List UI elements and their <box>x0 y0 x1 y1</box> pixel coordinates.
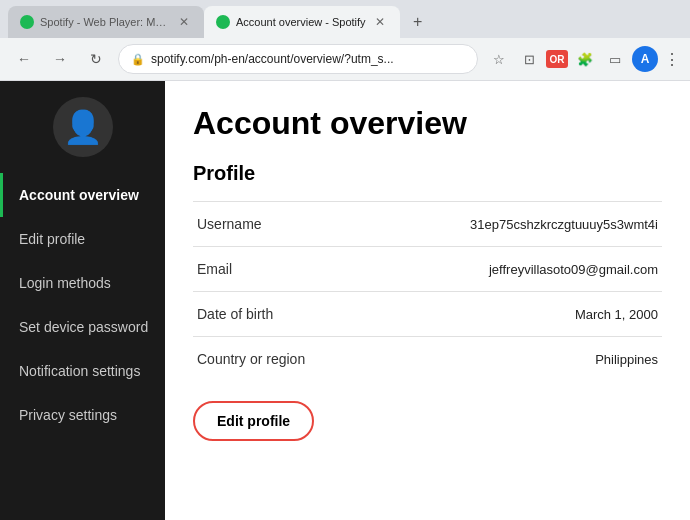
sidebar-item-account-overview[interactable]: Account overview <box>0 173 165 217</box>
browser-profile-button[interactable]: A <box>632 46 658 72</box>
browser-menu-button[interactable]: ⋮ <box>664 50 680 69</box>
field-label-username: Username <box>193 202 381 247</box>
cast-icon[interactable]: ⊡ <box>516 46 542 72</box>
page-title: Account overview <box>193 105 662 142</box>
url-bar[interactable]: 🔒 spotify.com/ph-en/account/overview/?ut… <box>118 44 478 74</box>
field-value-email: jeffreyvillasoto09@gmail.com <box>381 247 662 292</box>
sidebar-label-notification-settings: Notification settings <box>19 363 140 379</box>
edit-profile-button[interactable]: Edit profile <box>193 401 314 441</box>
tab-title-2: Account overview - Spotify <box>236 16 366 28</box>
tab-account-overview[interactable]: Account overview - Spotify ✕ <box>204 6 400 38</box>
browser-chrome: Spotify - Web Player: Music... ✕ Account… <box>0 0 690 81</box>
field-label-country: Country or region <box>193 337 381 382</box>
address-bar: ← → ↻ 🔒 spotify.com/ph-en/account/overvi… <box>0 38 690 80</box>
address-actions: ☆ ⊡ OR 🧩 ▭ A ⋮ <box>486 46 680 72</box>
sidebar-label-account-overview: Account overview <box>19 187 139 203</box>
table-row: Country or region Philippines <box>193 337 662 382</box>
refresh-button[interactable]: ↻ <box>82 45 110 73</box>
field-value-country: Philippines <box>381 337 662 382</box>
extensions-icon[interactable]: 🧩 <box>572 46 598 72</box>
tab-favicon-2 <box>216 15 230 29</box>
sidebar-label-edit-profile: Edit profile <box>19 231 85 247</box>
forward-button[interactable]: → <box>46 45 74 73</box>
bookmark-icon[interactable]: ☆ <box>486 46 512 72</box>
app-layout: 👤 Account overview Edit profile Login me… <box>0 81 690 520</box>
avatar-icon: 👤 <box>63 108 103 146</box>
tab-close-1[interactable]: ✕ <box>176 14 192 30</box>
field-value-username: 31ep75cshzkrczgtuuuy5s3wmt4i <box>381 202 662 247</box>
new-tab-button[interactable]: + <box>404 8 432 36</box>
tab-favicon-1 <box>20 15 34 29</box>
sidebar: 👤 Account overview Edit profile Login me… <box>0 81 165 520</box>
tab-title-1: Spotify - Web Player: Music... <box>40 16 170 28</box>
sidebar-item-notification-settings[interactable]: Notification settings <box>0 349 165 393</box>
field-label-email: Email <box>193 247 381 292</box>
sidebar-toggle-icon[interactable]: ▭ <box>602 46 628 72</box>
extension-or-badge[interactable]: OR <box>546 50 568 68</box>
tab-spotify-player[interactable]: Spotify - Web Player: Music... ✕ <box>8 6 204 38</box>
sidebar-label-set-device-password: Set device password <box>19 319 148 335</box>
tab-close-2[interactable]: ✕ <box>372 14 388 30</box>
sidebar-item-login-methods[interactable]: Login methods <box>0 261 165 305</box>
sidebar-item-privacy-settings[interactable]: Privacy settings <box>0 393 165 437</box>
table-row: Date of birth March 1, 2000 <box>193 292 662 337</box>
field-value-dob: March 1, 2000 <box>381 292 662 337</box>
avatar: 👤 <box>53 97 113 157</box>
table-row: Email jeffreyvillasoto09@gmail.com <box>193 247 662 292</box>
url-text: spotify.com/ph-en/account/overview/?utm_… <box>151 52 465 66</box>
sidebar-label-login-methods: Login methods <box>19 275 111 291</box>
sidebar-item-set-device-password[interactable]: Set device password <box>0 305 165 349</box>
section-title: Profile <box>193 162 662 185</box>
profile-table: Username 31ep75cshzkrczgtuuuy5s3wmt4i Em… <box>193 201 662 381</box>
back-button[interactable]: ← <box>10 45 38 73</box>
lock-icon: 🔒 <box>131 53 145 66</box>
tab-bar: Spotify - Web Player: Music... ✕ Account… <box>0 0 690 38</box>
sidebar-item-edit-profile[interactable]: Edit profile <box>0 217 165 261</box>
main-content: Account overview Profile Username 31ep75… <box>165 81 690 520</box>
sidebar-label-privacy-settings: Privacy settings <box>19 407 117 423</box>
table-row: Username 31ep75cshzkrczgtuuuy5s3wmt4i <box>193 202 662 247</box>
field-label-dob: Date of birth <box>193 292 381 337</box>
